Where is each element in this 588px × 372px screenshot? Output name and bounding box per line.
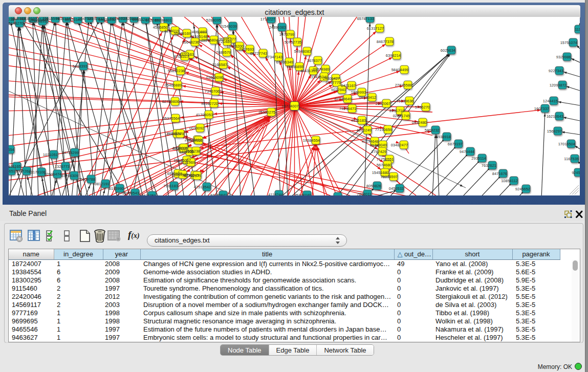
- svg-text:1031051: 1031051: [43, 152, 58, 157]
- svg-text:90162720: 90162720: [201, 101, 218, 106]
- svg-text:8721489: 8721489: [216, 39, 231, 44]
- svg-text:02621745: 02621745: [393, 114, 410, 118]
- svg-text:17016504: 17016504: [558, 142, 575, 146]
- svg-text:6193990: 6193990: [109, 186, 124, 191]
- svg-text:5288095: 5288095: [206, 18, 221, 23]
- svg-text:1718227: 1718227: [260, 17, 275, 21]
- svg-text:9022941: 9022941: [331, 87, 346, 92]
- svg-text:77190659: 77190659: [375, 127, 392, 132]
- svg-text:03669096: 03669096: [206, 75, 223, 80]
- svg-text:6025634: 6025634: [441, 48, 455, 53]
- svg-text:01436349: 01436349: [276, 60, 293, 64]
- svg-text:9227343: 9227343: [549, 69, 563, 73]
- svg-text:0812191: 0812191: [95, 182, 110, 186]
- svg-text:29946804: 29946804: [201, 38, 218, 42]
- svg-text:6400524: 6400524: [327, 194, 342, 196]
- svg-text:73178108: 73178108: [29, 170, 46, 174]
- svg-text:1869993: 1869993: [351, 90, 366, 95]
- svg-text:12093872: 12093872: [550, 83, 567, 87]
- svg-text:55812236: 55812236: [168, 69, 185, 73]
- svg-text:4118244: 4118244: [268, 192, 283, 196]
- svg-text:5766270: 5766270: [415, 105, 430, 110]
- svg-text:25300275: 25300275: [258, 110, 275, 115]
- svg-text:4556238: 4556238: [185, 149, 200, 154]
- svg-text:71756551: 71756551: [377, 157, 394, 162]
- svg-text:16210643: 16210643: [547, 114, 563, 119]
- svg-text:8471676: 8471676: [492, 171, 507, 176]
- svg-text:1473799: 1473799: [279, 32, 294, 37]
- svg-text:41708053: 41708053: [196, 113, 213, 117]
- svg-text:65375564: 65375564: [163, 116, 180, 121]
- svg-text:65648236: 65648236: [182, 40, 199, 45]
- svg-text:15751074: 15751074: [560, 40, 577, 45]
- svg-text:61317127: 61317127: [367, 26, 384, 31]
- svg-text:76038597: 76038597: [381, 174, 398, 179]
- svg-text:87234309: 87234309: [61, 173, 78, 178]
- svg-text:9134316: 9134316: [188, 138, 203, 143]
- svg-text:6879197: 6879197: [448, 142, 463, 146]
- svg-text:01543039: 01543039: [220, 24, 237, 29]
- svg-text:55698169: 55698169: [174, 31, 191, 36]
- svg-text:42513542: 42513542: [194, 185, 211, 189]
- svg-text:7991183: 7991183: [163, 184, 178, 188]
- svg-text:9245652: 9245652: [515, 187, 530, 191]
- svg-text:2935114: 2935114: [471, 156, 486, 161]
- svg-text:0450533: 0450533: [389, 186, 404, 191]
- svg-text:4210249: 4210249: [357, 128, 372, 133]
- svg-text:5674680: 5674680: [377, 163, 391, 167]
- svg-text:65787133: 65787133: [357, 17, 374, 21]
- svg-text:10854112: 10854112: [501, 179, 518, 183]
- svg-text:5098393: 5098393: [73, 64, 88, 69]
- svg-text:07482175: 07482175: [184, 173, 201, 178]
- svg-text:43303654: 43303654: [9, 147, 14, 152]
- svg-text:24896383: 24896383: [269, 25, 286, 30]
- svg-text:05009788: 05009788: [78, 177, 95, 182]
- svg-text:82814893: 82814893: [30, 19, 47, 24]
- svg-text:67010651: 67010651: [9, 169, 15, 173]
- svg-text:37631165: 37631165: [9, 164, 21, 169]
- svg-text:1117: 1117: [575, 27, 580, 32]
- svg-text:27875588: 27875588: [395, 83, 412, 87]
- svg-text:54948083: 54948083: [294, 49, 311, 54]
- svg-text:8951718: 8951718: [389, 108, 404, 113]
- svg-text:2787429: 2787429: [372, 149, 386, 154]
- svg-text:68727743: 68727743: [250, 51, 267, 56]
- svg-text:1569297: 1569297: [547, 129, 562, 134]
- svg-text:7632621: 7632621: [482, 163, 496, 168]
- svg-text:45146270: 45146270: [9, 21, 24, 26]
- svg-text:8938918: 8938918: [436, 135, 451, 139]
- svg-text:0033092: 0033092: [189, 126, 204, 130]
- svg-text:19384554: 19384554: [303, 138, 320, 143]
- svg-text:2812067: 2812067: [376, 101, 390, 106]
- svg-text:4936183: 4936183: [351, 118, 366, 123]
- svg-text:02606474: 02606474: [45, 172, 61, 177]
- svg-text:61586578: 61586578: [167, 132, 184, 136]
- svg-text:1167535: 1167535: [564, 157, 579, 161]
- svg-text:3166587: 3166587: [212, 62, 227, 67]
- svg-text:8059826: 8059826: [366, 184, 381, 188]
- svg-text:0947775: 0947775: [326, 80, 341, 85]
- svg-text:05466889: 05466889: [165, 83, 182, 87]
- svg-text:18724007: 18724007: [281, 104, 298, 108]
- svg-text:34738299: 34738299: [62, 150, 79, 155]
- svg-text:9329986: 9329986: [556, 55, 571, 59]
- svg-text:92450: 92450: [572, 170, 580, 175]
- svg-text:7889579: 7889579: [216, 50, 231, 55]
- svg-text:3678377: 3678377: [307, 58, 322, 63]
- svg-text:16998543: 16998543: [122, 191, 139, 195]
- svg-text:34624751: 34624751: [139, 193, 156, 196]
- svg-text:69784801: 69784801: [155, 18, 172, 23]
- svg-text:9474444: 9474444: [460, 149, 474, 154]
- svg-text:01399049: 01399049: [370, 143, 387, 147]
- svg-text:92221969: 92221969: [178, 160, 195, 165]
- svg-text:67749649: 67749649: [335, 97, 352, 101]
- svg-text:74034471: 74034471: [339, 106, 356, 111]
- svg-text:4060883: 4060883: [192, 30, 207, 34]
- svg-text:1607337: 1607337: [534, 106, 549, 111]
- svg-text:35348740: 35348740: [294, 193, 311, 196]
- svg-text:75339636: 75339636: [397, 99, 413, 103]
- svg-text:50752735: 50752735: [285, 40, 301, 45]
- svg-text:7868011: 7868011: [357, 192, 372, 196]
- svg-text:84980841: 84980841: [210, 193, 227, 196]
- svg-text:03482477: 03482477: [391, 143, 408, 147]
